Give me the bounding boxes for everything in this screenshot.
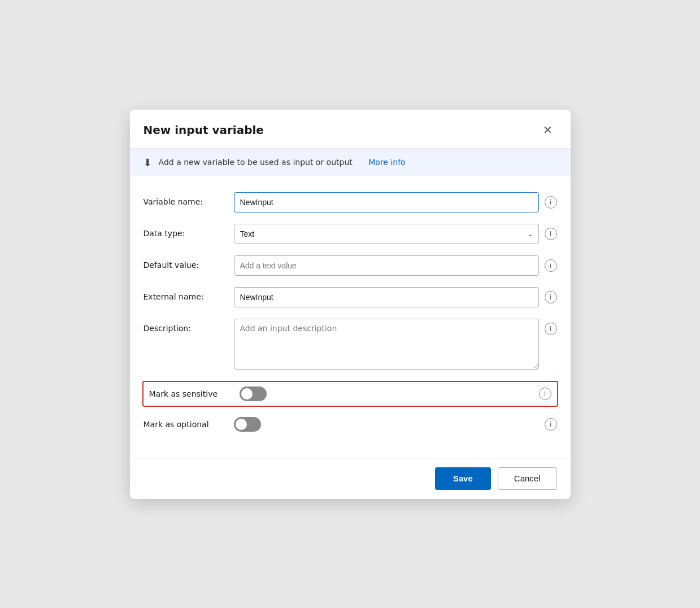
default-value-input[interactable] [234,255,539,276]
default-value-row: Default value: i [144,255,557,276]
external-name-input[interactable] [234,287,539,307]
info-banner: ⬇ Add a new variable to be used as input… [130,149,571,176]
variable-name-row: Variable name: i [144,192,557,212]
external-name-label: External name: [144,287,234,301]
data-type-control: Text Boolean Number Date List ⌄ i [234,224,557,244]
close-button[interactable]: ✕ [539,121,557,139]
mark-sensitive-row: Mark as sensitive i [142,381,558,407]
external-name-info-button[interactable]: i [545,291,557,303]
external-name-row: External name: i [144,287,557,307]
mark-sensitive-slider [240,386,267,401]
data-type-label: Data type: [144,224,234,238]
mark-sensitive-control: i [240,386,551,401]
cancel-button[interactable]: Cancel [498,467,557,490]
toggle-rows-section: Mark as sensitive i Mark as optional [144,381,557,437]
download-icon: ⬇ [144,157,152,168]
dialog-header: New input variable ✕ [130,110,571,149]
more-info-link[interactable]: More info [368,158,405,167]
variable-name-info-button[interactable]: i [545,196,557,209]
new-input-variable-dialog: New input variable ✕ ⬇ Add a new variabl… [130,110,571,499]
default-value-info-button[interactable]: i [545,259,557,272]
mark-optional-toggle[interactable] [234,417,261,432]
description-control: i [234,319,557,370]
variable-name-input[interactable] [234,192,539,212]
default-value-control: i [234,255,557,276]
description-row: Description: i [144,319,557,370]
external-name-control: i [234,287,557,307]
default-value-label: Default value: [144,255,234,270]
data-type-row: Data type: Text Boolean Number Date List… [144,224,557,244]
mark-optional-label: Mark as optional [144,420,234,429]
mark-optional-row: Mark as optional i [144,411,557,437]
mark-sensitive-info-button[interactable]: i [539,388,551,400]
variable-name-control: i [234,192,557,212]
data-type-select[interactable]: Text Boolean Number Date List [234,224,539,244]
dialog-title: New input variable [144,123,264,137]
mark-optional-info-button[interactable]: i [545,418,557,431]
mark-optional-control: i [234,417,557,432]
variable-name-label: Variable name: [144,192,234,206]
description-info-button[interactable]: i [545,323,557,335]
data-type-select-wrapper: Text Boolean Number Date List ⌄ [234,224,539,244]
banner-text: Add a new variable to be used as input o… [159,158,353,167]
description-input[interactable] [234,319,539,370]
dialog-footer: Save Cancel [130,458,571,499]
mark-sensitive-label: Mark as sensitive [149,389,240,398]
mark-sensitive-toggle[interactable] [240,386,267,401]
mark-optional-slider [234,417,261,432]
description-label: Description: [144,319,234,333]
dialog-body: Variable name: i Data type: Text Boolean… [130,176,571,449]
data-type-info-button[interactable]: i [545,228,557,240]
save-button[interactable]: Save [435,467,491,490]
